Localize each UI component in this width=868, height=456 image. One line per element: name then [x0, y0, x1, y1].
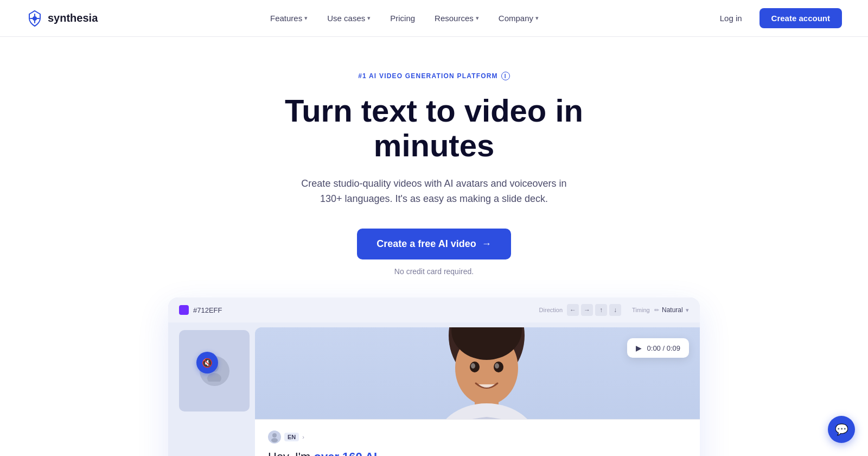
demo-video-area: ▶ 0:00 / 0:09 EN › Hey, I'm [255, 327, 700, 456]
video-player[interactable]: ▶ 0:00 / 0:09 [627, 338, 689, 358]
color-swatch: #712EFF [179, 305, 222, 315]
mute-icon: 🔇 [202, 358, 213, 368]
avatar-small-icon [269, 432, 280, 442]
logo-text: synthesia [48, 12, 98, 24]
hero-title: Turn text to video in minutes [244, 93, 624, 163]
nav-links: Features ▾ Use cases ▾ Pricing Resources… [263, 9, 546, 27]
transcript-highlight1: over 160 AI [314, 450, 377, 456]
create-account-button[interactable]: Create account [760, 8, 842, 28]
timing-control: Timing ✏ Natural ▾ [632, 306, 689, 314]
demo-wrapper: #712EFF Direction ← → ↑ ↓ Timing ✏ [157, 297, 711, 456]
svg-point-2 [207, 373, 221, 382]
arrow-right-icon: → [482, 238, 492, 250]
nav-company[interactable]: Company ▾ [491, 9, 546, 27]
nav-auth: Log in Create account [711, 8, 842, 28]
svg-point-0 [33, 16, 37, 21]
chat-button[interactable]: 💬 [828, 416, 855, 443]
transcript-lang: EN › [268, 430, 687, 444]
svg-point-11 [495, 363, 499, 369]
chevron-down-icon: ▾ [304, 15, 308, 22]
direction-label: Direction [539, 307, 563, 313]
demo-controls: Direction ← → ↑ ↓ Timing ✏ Natural ▾ [539, 304, 689, 316]
svg-point-13 [271, 438, 278, 442]
demo-container: #712EFF Direction ← → ↑ ↓ Timing ✏ [168, 297, 700, 456]
chevron-right-icon: › [302, 434, 304, 440]
transcript-text: Hey, I'm over 160 AI avatars a ynthesia. [268, 449, 687, 456]
play-icon: ▶ [636, 344, 642, 352]
chevron-down-icon: ▾ [367, 15, 371, 22]
transcript-partial: Hey, I'm [268, 450, 310, 456]
arrow-left-button[interactable]: ← [567, 304, 579, 316]
demo-top-bar: #712EFF Direction ← → ↑ ↓ Timing ✏ [168, 297, 700, 322]
cta-button[interactable]: Create a free AI video → [357, 229, 510, 259]
timing-value: ✏ Natural ▾ [654, 306, 689, 314]
arrow-right-button[interactable]: → [581, 304, 593, 316]
mute-button[interactable]: 🔇 [196, 352, 218, 373]
logo-link[interactable]: synthesia [26, 10, 98, 27]
arrow-up-button[interactable]: ↑ [595, 304, 607, 316]
lang-avatar [268, 430, 281, 444]
chat-icon: 💬 [835, 423, 848, 436]
cta-label: Create a free AI video [376, 238, 476, 250]
player-time: 0:00 / 0:09 [647, 344, 680, 352]
timing-label: Timing [632, 307, 650, 313]
language-badge: EN [284, 433, 299, 441]
hero-section: #1 AI VIDEO GENERATION PLATFORM i Turn t… [0, 37, 868, 297]
transcript-area: EN › Hey, I'm over 160 AI avatars a ynth… [255, 419, 700, 456]
logo-icon [26, 10, 43, 27]
arrow-down-button[interactable]: ↓ [609, 304, 621, 316]
badge-info-icon[interactable]: i [501, 72, 510, 80]
nav-pricing[interactable]: Pricing [382, 9, 423, 27]
cta-note: No credit card required. [394, 267, 474, 276]
navbar: synthesia Features ▾ Use cases ▾ Pricing… [0, 0, 868, 37]
color-box [179, 305, 189, 315]
login-button[interactable]: Log in [711, 9, 751, 27]
direction-arrows: ← → ↑ ↓ [567, 304, 621, 316]
nav-features[interactable]: Features ▾ [263, 9, 315, 27]
color-hex-label: #712EFF [193, 306, 222, 314]
chevron-down-icon: ▾ [535, 15, 539, 22]
svg-point-10 [471, 363, 475, 369]
chevron-down-icon: ▾ [476, 15, 479, 22]
nav-resources[interactable]: Resources ▾ [427, 9, 487, 27]
hero-subtitle: Create studio-quality videos with AI ava… [293, 176, 575, 207]
svg-point-12 [272, 433, 277, 438]
nav-use-cases[interactable]: Use cases ▾ [320, 9, 378, 27]
direction-control: Direction ← → ↑ ↓ [539, 304, 621, 316]
hero-badge: #1 AI VIDEO GENERATION PLATFORM i [358, 72, 510, 80]
